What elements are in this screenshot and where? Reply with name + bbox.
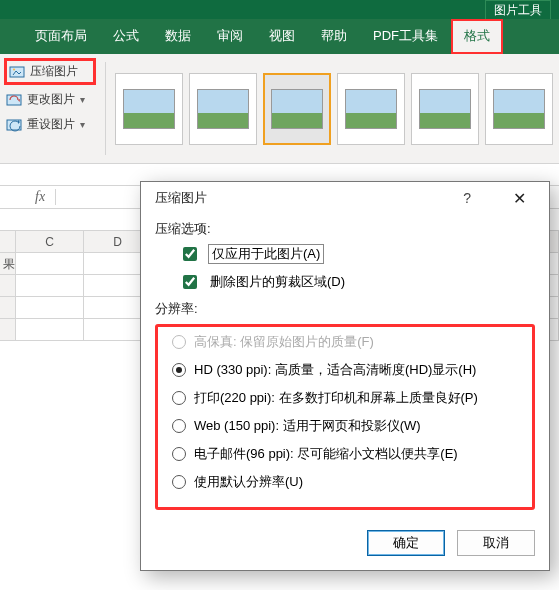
delete-cropped-checkbox[interactable] xyxy=(183,275,197,289)
picture-style-1[interactable] xyxy=(115,73,183,145)
close-icon[interactable]: ✕ xyxy=(499,189,539,208)
tab-format[interactable]: 格式 xyxy=(451,19,503,54)
tab-page-layout[interactable]: 页面布局 xyxy=(22,19,100,54)
resolution-options-highlight: 高保真: 保留原始图片的质量(F) HD (330 ppi): 高质量，适合高清… xyxy=(155,324,535,510)
radio-hd[interactable] xyxy=(172,363,186,377)
radio-email-row[interactable]: 电子邮件(96 ppi): 尽可能缩小文档以便共享(E) xyxy=(172,445,528,463)
delete-cropped-label: 删除图片的剪裁区域(D) xyxy=(208,273,347,291)
radio-email[interactable] xyxy=(172,447,186,461)
adjust-group: 压缩图片 更改图片 ▾ 重设图片 ▾ xyxy=(0,54,100,163)
row-header-fragment xyxy=(0,297,16,319)
radio-default-label: 使用默认分辨率(U) xyxy=(194,473,303,491)
compress-icon xyxy=(9,64,25,80)
compress-options-heading: 压缩选项: xyxy=(155,220,535,238)
ribbon-body: 压缩图片 更改图片 ▾ 重设图片 ▾ xyxy=(0,54,559,164)
radio-email-label: 电子邮件(96 ppi): 尽可能缩小文档以便共享(E) xyxy=(194,445,458,463)
radio-default-row[interactable]: 使用默认分辨率(U) xyxy=(172,473,528,491)
col-header-fragment xyxy=(0,231,16,253)
fx-icon[interactable]: fx xyxy=(25,189,56,205)
apply-only-this-checkbox-row[interactable]: 仅应用于此图片(A) xyxy=(179,244,535,264)
dropdown-icon[interactable]: ▾ xyxy=(80,94,90,105)
radio-print[interactable] xyxy=(172,391,186,405)
dialog-titlebar: 压缩图片 ? ✕ xyxy=(141,182,549,214)
reset-picture-button[interactable]: 重设图片 ▾ xyxy=(4,114,96,135)
radio-print-row[interactable]: 打印(220 ppi): 在多数打印机和屏幕上质量良好(P) xyxy=(172,389,528,407)
row-header-fragment xyxy=(0,319,16,341)
apply-only-this-label: 仅应用于此图片(A) xyxy=(208,244,324,264)
dialog-footer: 确定 取消 xyxy=(141,518,549,570)
radio-web-label: Web (150 ppi): 适用于网页和投影仪(W) xyxy=(194,417,421,435)
radio-fidelity-row: 高保真: 保留原始图片的质量(F) xyxy=(172,333,528,351)
ribbon-divider xyxy=(105,62,106,155)
radio-default[interactable] xyxy=(172,475,186,489)
radio-hd-row[interactable]: HD (330 ppi): 高质量，适合高清晰度(HD)显示(H) xyxy=(172,361,528,379)
tab-review[interactable]: 审阅 xyxy=(204,19,256,54)
compress-label: 压缩图片 xyxy=(30,63,78,80)
radio-web[interactable] xyxy=(172,419,186,433)
compress-pictures-button[interactable]: 压缩图片 xyxy=(4,58,96,85)
reset-picture-icon xyxy=(6,117,22,133)
radio-hd-label: HD (330 ppi): 高质量，适合高清晰度(HD)显示(H) xyxy=(194,361,476,379)
col-header-c[interactable]: C xyxy=(16,231,84,253)
change-picture-icon xyxy=(6,92,22,108)
picture-style-2[interactable] xyxy=(189,73,257,145)
delete-cropped-checkbox-row[interactable]: 删除图片的剪裁区域(D) xyxy=(179,272,535,292)
reset-picture-label: 重设图片 xyxy=(27,116,75,133)
picture-styles-group xyxy=(111,54,557,163)
cell[interactable] xyxy=(16,297,84,319)
titlebar: 图片工具 xyxy=(0,0,559,19)
cell[interactable] xyxy=(16,275,84,297)
change-picture-label: 更改图片 xyxy=(27,91,75,108)
resolution-heading: 分辨率: xyxy=(155,300,535,318)
row-header-fragment: 果 xyxy=(0,253,16,275)
dialog-title: 压缩图片 xyxy=(155,189,207,207)
radio-fidelity-label: 高保真: 保留原始图片的质量(F) xyxy=(194,333,374,351)
picture-style-5[interactable] xyxy=(411,73,479,145)
compress-pictures-dialog: 压缩图片 ? ✕ 压缩选项: 仅应用于此图片(A) 删除图片的剪裁区域(D) 分… xyxy=(140,181,550,571)
picture-tools-tab[interactable]: 图片工具 xyxy=(485,0,551,19)
picture-style-3[interactable] xyxy=(263,73,331,145)
cancel-button[interactable]: 取消 xyxy=(457,530,535,556)
apply-only-this-checkbox[interactable] xyxy=(183,247,197,261)
radio-print-label: 打印(220 ppi): 在多数打印机和屏幕上质量良好(P) xyxy=(194,389,478,407)
tab-view[interactable]: 视图 xyxy=(256,19,308,54)
picture-style-6[interactable] xyxy=(485,73,553,145)
row-header-fragment xyxy=(0,275,16,297)
tab-help[interactable]: 帮助 xyxy=(308,19,360,54)
dialog-body: 压缩选项: 仅应用于此图片(A) 删除图片的剪裁区域(D) 分辨率: 高保真: … xyxy=(141,214,549,518)
cell[interactable] xyxy=(16,319,84,341)
radio-fidelity xyxy=(172,335,186,349)
ok-button[interactable]: 确定 xyxy=(367,530,445,556)
cell[interactable] xyxy=(16,253,84,275)
ribbon-tabs: 页面布局 公式 数据 审阅 视图 帮助 PDF工具集 格式 xyxy=(0,19,559,54)
change-picture-button[interactable]: 更改图片 ▾ xyxy=(4,89,96,110)
svg-point-1 xyxy=(13,68,15,70)
dropdown-icon[interactable]: ▾ xyxy=(80,119,90,130)
radio-web-row[interactable]: Web (150 ppi): 适用于网页和投影仪(W) xyxy=(172,417,528,435)
tab-pdf-tools[interactable]: PDF工具集 xyxy=(360,19,451,54)
tab-data[interactable]: 数据 xyxy=(152,19,204,54)
help-icon[interactable]: ? xyxy=(463,190,471,206)
tab-formulas[interactable]: 公式 xyxy=(100,19,152,54)
picture-style-4[interactable] xyxy=(337,73,405,145)
